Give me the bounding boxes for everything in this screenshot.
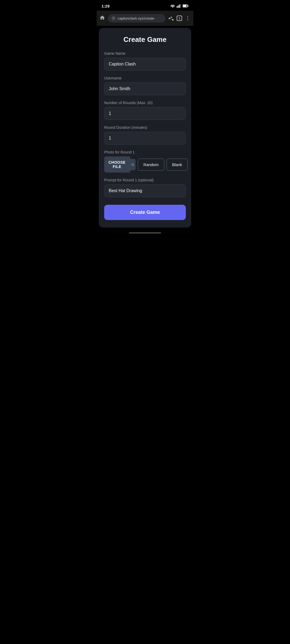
url-text: captionclash.xyz/create- [118,16,155,20]
rounds-group: Number of Rounds (Max: 20) [104,101,186,120]
duration-group: Round Duration (minutes) [104,125,186,145]
prompt-group: Prompt for Round 1 (optional) [104,178,186,197]
photo-buttons: CHOOSE FILE N Random Blank [104,156,186,173]
prompt-input[interactable] [104,184,186,197]
svg-rect-0 [177,6,177,8]
home-icon[interactable] [99,15,105,22]
svg-rect-1 [178,5,179,8]
create-game-button[interactable]: Create Game [104,205,186,220]
game-name-group: Game Name [104,51,186,71]
svg-rect-5 [183,5,187,7]
battery-icon [183,4,189,8]
content-area: Create Game Game Name Username Number of… [99,28,191,228]
browser-bar: captionclash.xyz/create- 1 [97,11,193,26]
bottom-bar [97,230,193,238]
svg-rect-3 [180,4,181,8]
username-input[interactable] [104,82,186,95]
no-file-text: N [130,159,136,170]
url-bar[interactable]: captionclash.xyz/create- [108,14,165,23]
more-icon[interactable] [185,15,191,21]
game-name-label: Game Name [104,51,186,56]
svg-point-11 [187,20,188,20]
svg-rect-6 [188,5,189,7]
photo-label: Photo for Round 1 [104,150,186,154]
blank-button[interactable]: Blank [166,159,188,171]
duration-label: Round Duration (minutes) [104,125,186,130]
rounds-label: Number of Rounds (Max: 20) [104,101,186,105]
photo-group: Photo for Round 1 CHOOSE FILE N Random B… [104,150,186,173]
security-icon [112,16,115,20]
random-button[interactable]: Random [138,159,164,171]
signal-icon [177,4,181,8]
status-bar: 1:29 [97,0,193,11]
status-icons [170,4,189,8]
browser-actions: 1 [168,15,191,21]
svg-point-9 [187,16,188,17]
rounds-input[interactable] [104,107,186,120]
duration-input[interactable] [104,132,186,145]
status-time: 1:29 [102,4,110,8]
wifi-icon [170,4,175,8]
tab-count[interactable]: 1 [177,16,182,21]
svg-point-10 [187,18,188,19]
username-group: Username [104,76,186,95]
prompt-label: Prompt for Round 1 (optional) [104,178,186,182]
choose-file-button[interactable]: CHOOSE FILE [104,156,130,173]
username-label: Username [104,76,186,80]
page-title: Create Game [104,35,186,44]
share-icon[interactable] [168,15,174,21]
game-name-input[interactable] [104,58,186,71]
bottom-indicator [129,232,161,233]
svg-rect-2 [179,5,180,8]
svg-point-8 [113,18,114,19]
